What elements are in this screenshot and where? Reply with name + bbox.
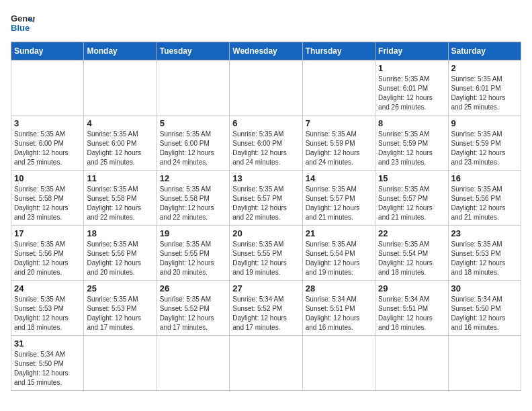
weekday-header-row: SundayMondayTuesdayWednesdayThursdayFrid… <box>11 42 521 60</box>
day-info: Sunrise: 5:35 AM Sunset: 5:55 PM Dayligh… <box>160 240 226 277</box>
day-info: Sunrise: 5:35 AM Sunset: 5:59 PM Dayligh… <box>451 130 518 167</box>
day-number: 25 <box>87 283 153 293</box>
day-number: 6 <box>232 118 299 128</box>
calendar-cell: 30Sunrise: 5:34 AM Sunset: 5:50 PM Dayli… <box>448 281 521 336</box>
calendar-cell <box>230 60 302 116</box>
day-number: 20 <box>232 228 299 238</box>
calendar-cell: 25Sunrise: 5:35 AM Sunset: 5:53 PM Dayli… <box>84 281 157 336</box>
calendar-cell: 12Sunrise: 5:35 AM Sunset: 5:58 PM Dayli… <box>157 171 229 226</box>
calendar-cell: 10Sunrise: 5:35 AM Sunset: 5:58 PM Dayli… <box>11 171 84 226</box>
calendar-cell: 7Sunrise: 5:35 AM Sunset: 5:59 PM Daylig… <box>302 116 375 171</box>
logo-icon: General Blue <box>11 11 35 35</box>
day-info: Sunrise: 5:35 AM Sunset: 5:57 PM Dayligh… <box>232 185 299 222</box>
week-row-4: 24Sunrise: 5:35 AM Sunset: 5:53 PM Dayli… <box>11 281 521 336</box>
week-row-2: 10Sunrise: 5:35 AM Sunset: 5:58 PM Dayli… <box>11 171 521 226</box>
weekday-header-monday: Monday <box>84 42 157 60</box>
svg-text:Blue: Blue <box>11 23 30 33</box>
day-info: Sunrise: 5:35 AM Sunset: 5:56 PM Dayligh… <box>14 240 81 277</box>
day-info: Sunrise: 5:35 AM Sunset: 5:58 PM Dayligh… <box>87 185 153 222</box>
day-info: Sunrise: 5:35 AM Sunset: 5:57 PM Dayligh… <box>306 185 372 222</box>
header: General Blue <box>11 11 521 35</box>
calendar-cell: 22Sunrise: 5:35 AM Sunset: 5:54 PM Dayli… <box>375 226 448 281</box>
logo: General Blue <box>11 11 35 35</box>
day-info: Sunrise: 5:34 AM Sunset: 5:51 PM Dayligh… <box>378 295 445 332</box>
day-number: 29 <box>378 283 445 293</box>
day-info: Sunrise: 5:35 AM Sunset: 6:00 PM Dayligh… <box>87 130 153 167</box>
calendar-cell <box>84 60 157 116</box>
day-info: Sunrise: 5:34 AM Sunset: 5:51 PM Dayligh… <box>306 295 372 332</box>
day-number: 12 <box>160 173 226 183</box>
week-row-1: 3Sunrise: 5:35 AM Sunset: 6:00 PM Daylig… <box>11 116 521 171</box>
calendar-cell <box>302 60 375 116</box>
weekday-header-wednesday: Wednesday <box>230 42 302 60</box>
calendar-cell: 18Sunrise: 5:35 AM Sunset: 5:56 PM Dayli… <box>84 226 157 281</box>
day-number: 21 <box>306 228 372 238</box>
calendar-cell: 16Sunrise: 5:35 AM Sunset: 5:56 PM Dayli… <box>448 171 521 226</box>
calendar-cell: 4Sunrise: 5:35 AM Sunset: 6:00 PM Daylig… <box>84 116 157 171</box>
calendar-cell: 21Sunrise: 5:35 AM Sunset: 5:54 PM Dayli… <box>302 226 375 281</box>
day-number: 28 <box>306 283 372 293</box>
calendar-cell: 11Sunrise: 5:35 AM Sunset: 5:58 PM Dayli… <box>84 171 157 226</box>
calendar-cell <box>302 336 375 391</box>
day-number: 26 <box>160 283 226 293</box>
day-number: 16 <box>451 173 518 183</box>
day-number: 2 <box>451 63 518 73</box>
day-info: Sunrise: 5:34 AM Sunset: 5:52 PM Dayligh… <box>232 295 299 332</box>
day-number: 30 <box>451 283 518 293</box>
calendar-cell: 17Sunrise: 5:35 AM Sunset: 5:56 PM Dayli… <box>11 226 84 281</box>
day-number: 9 <box>451 118 518 128</box>
calendar-cell <box>448 336 521 391</box>
day-info: Sunrise: 5:34 AM Sunset: 5:50 PM Dayligh… <box>451 295 518 332</box>
calendar-cell: 6Sunrise: 5:35 AM Sunset: 6:00 PM Daylig… <box>230 116 302 171</box>
day-info: Sunrise: 5:35 AM Sunset: 6:00 PM Dayligh… <box>14 130 81 167</box>
day-number: 7 <box>306 118 372 128</box>
calendar-cell <box>230 336 302 391</box>
day-info: Sunrise: 5:35 AM Sunset: 5:59 PM Dayligh… <box>306 130 372 167</box>
day-number: 31 <box>14 338 81 349</box>
day-info: Sunrise: 5:35 AM Sunset: 6:01 PM Dayligh… <box>451 75 518 112</box>
weekday-header-thursday: Thursday <box>302 42 375 60</box>
day-info: Sunrise: 5:35 AM Sunset: 5:56 PM Dayligh… <box>451 185 518 222</box>
day-info: Sunrise: 5:35 AM Sunset: 5:54 PM Dayligh… <box>378 240 445 277</box>
calendar-cell: 20Sunrise: 5:35 AM Sunset: 5:55 PM Dayli… <box>230 226 302 281</box>
week-row-0: 1Sunrise: 5:35 AM Sunset: 6:01 PM Daylig… <box>11 60 521 116</box>
calendar-cell <box>84 336 157 391</box>
calendar-cell: 14Sunrise: 5:35 AM Sunset: 5:57 PM Dayli… <box>302 171 375 226</box>
svg-text:General: General <box>11 13 35 24</box>
day-info: Sunrise: 5:35 AM Sunset: 6:00 PM Dayligh… <box>232 130 299 167</box>
calendar-cell: 5Sunrise: 5:35 AM Sunset: 6:00 PM Daylig… <box>157 116 229 171</box>
day-number: 15 <box>378 173 445 183</box>
day-number: 17 <box>14 228 81 238</box>
calendar-cell <box>11 60 84 116</box>
day-number: 24 <box>14 283 81 293</box>
calendar: SundayMondayTuesdayWednesdayThursdayFrid… <box>11 42 521 391</box>
day-number: 11 <box>87 173 153 183</box>
week-row-5: 31Sunrise: 5:34 AM Sunset: 5:50 PM Dayli… <box>11 336 521 391</box>
day-number: 23 <box>451 228 518 238</box>
calendar-cell: 29Sunrise: 5:34 AM Sunset: 5:51 PM Dayli… <box>375 281 448 336</box>
calendar-cell: 28Sunrise: 5:34 AM Sunset: 5:51 PM Dayli… <box>302 281 375 336</box>
day-number: 22 <box>378 228 445 238</box>
day-number: 5 <box>160 118 226 128</box>
day-number: 18 <box>87 228 153 238</box>
day-info: Sunrise: 5:35 AM Sunset: 5:56 PM Dayligh… <box>87 240 153 277</box>
weekday-header-tuesday: Tuesday <box>157 42 229 60</box>
day-info: Sunrise: 5:35 AM Sunset: 5:58 PM Dayligh… <box>160 185 226 222</box>
day-number: 1 <box>378 63 445 73</box>
day-number: 14 <box>306 173 372 183</box>
day-number: 8 <box>378 118 445 128</box>
day-info: Sunrise: 5:35 AM Sunset: 5:59 PM Dayligh… <box>378 130 445 167</box>
calendar-cell: 27Sunrise: 5:34 AM Sunset: 5:52 PM Dayli… <box>230 281 302 336</box>
day-number: 10 <box>14 173 81 183</box>
calendar-cell <box>375 336 448 391</box>
day-number: 19 <box>160 228 226 238</box>
week-row-3: 17Sunrise: 5:35 AM Sunset: 5:56 PM Dayli… <box>11 226 521 281</box>
day-info: Sunrise: 5:34 AM Sunset: 5:50 PM Dayligh… <box>14 350 81 387</box>
day-info: Sunrise: 5:35 AM Sunset: 6:01 PM Dayligh… <box>378 75 445 112</box>
calendar-cell: 23Sunrise: 5:35 AM Sunset: 5:53 PM Dayli… <box>448 226 521 281</box>
day-number: 3 <box>14 118 81 128</box>
calendar-cell: 2Sunrise: 5:35 AM Sunset: 6:01 PM Daylig… <box>448 60 521 116</box>
day-info: Sunrise: 5:35 AM Sunset: 5:54 PM Dayligh… <box>306 240 372 277</box>
day-info: Sunrise: 5:35 AM Sunset: 5:55 PM Dayligh… <box>232 240 299 277</box>
calendar-cell <box>157 336 229 391</box>
